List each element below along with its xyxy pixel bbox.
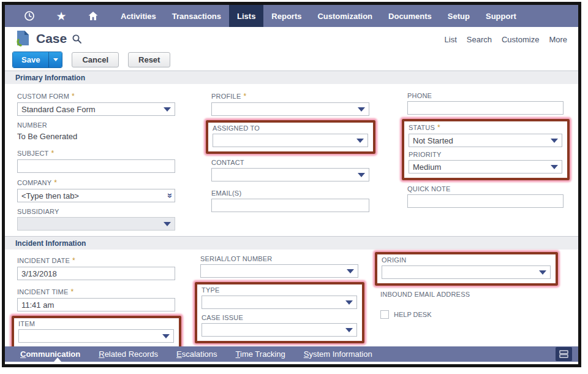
emails-input[interactable] [211,199,369,212]
nav-item-support[interactable]: Support [478,5,524,27]
reset-button[interactable]: Reset [128,52,170,67]
field-assigned-to: ASSIGNED TO [213,124,368,147]
serial-lot-number-select[interactable] [200,264,358,278]
clock-icon [23,10,36,22]
nav-item-customization[interactable]: Customization [309,5,380,27]
field-serial-lot-number: SERIAL/LOT NUMBER [200,255,358,278]
search-icon[interactable] [72,34,82,44]
field-priority: PRIORITY Medium [409,151,562,174]
nav-item-activities[interactable]: Activities [113,5,164,27]
status-select[interactable]: Not Started [409,134,562,147]
chevron-down-icon [356,139,364,143]
chevron-down-icon [164,107,171,112]
stacked-panels-icon [559,349,569,359]
incident-time-input[interactable] [17,298,175,311]
inbound-email-address-label: INBOUND EMAIL ADDRESS [380,291,552,298]
status-label: STATUS [409,124,435,131]
status-value: Not Started [413,136,453,145]
field-incident-date: INCIDENT DATE* [17,256,175,280]
required-asterisk: * [243,92,246,101]
list-link[interactable]: List [445,35,457,44]
chevron-down-icon [358,107,365,112]
section-title: Incident Information [15,239,86,248]
save-button[interactable]: Save [12,52,62,68]
toggle-subtab-view-button[interactable] [556,347,572,361]
required-asterisk: * [51,149,55,158]
assigned-to-select[interactable] [213,134,368,147]
primary-information-header: Primary Information [5,71,578,84]
save-dropdown-button[interactable] [48,52,62,67]
tab-escalations[interactable]: Escalations [167,346,226,362]
nav-item-reports[interactable]: Reports [263,5,309,27]
tab-communication[interactable]: Communication [11,346,89,362]
field-status: STATUS* Not Started [409,123,562,147]
case-issue-select[interactable] [202,323,357,337]
nav-item-transactions[interactable]: Transactions [164,5,229,27]
chevron-down-icon [345,328,353,332]
priority-select[interactable]: Medium [409,160,562,174]
subsidiary-select[interactable] [17,217,175,231]
field-case-issue: CASE ISSUE [202,314,357,337]
assigned-to-highlight-box: ASSIGNED TO [206,120,375,154]
item-select[interactable] [18,329,174,343]
tab-related-records[interactable]: Related Records [89,346,167,362]
chevron-down-icon [164,222,171,226]
field-origin: ORIGIN [382,256,551,279]
subject-input[interactable] [17,159,175,173]
field-number: NUMBER To Be Generated [17,121,175,141]
origin-highlight-box: ORIGIN [375,252,558,286]
customize-link[interactable]: Customize [502,35,539,44]
profile-select[interactable] [211,102,369,116]
type-label: TYPE [202,286,357,294]
custom-form-select[interactable]: Standard Case Form [17,102,175,116]
emails-label: EMAIL(S) [211,189,369,197]
contact-select[interactable] [211,168,369,181]
help-desk-checkbox[interactable] [380,310,389,319]
title-bar: Case List Search Customize More [5,27,578,53]
origin-select[interactable] [382,265,551,279]
case-issue-label: CASE ISSUE [202,314,357,321]
item-highlight-box: ITEM [12,316,181,349]
required-asterisk: * [72,256,75,265]
priority-value: Medium [413,162,441,172]
type-case-issue-highlight-box: TYPE CASE ISSUE [195,282,364,343]
number-value: To Be Generated [17,131,175,141]
quick-note-label: QUICK NOTE [407,185,564,193]
tab-system-information[interactable]: System Information [295,346,382,362]
subject-label: SUBJECT [17,150,49,157]
chevron-down-icon [347,269,354,273]
field-subject: SUBJECT* [17,149,175,173]
number-label: NUMBER [17,121,175,129]
origin-label: ORIGIN [382,256,551,264]
record-toolbar: Save Cancel Reset [12,52,170,68]
home-icon[interactable] [77,5,109,27]
field-quick-note: QUICK NOTE [407,185,564,208]
star-icon: ★ [56,10,66,22]
type-select[interactable] [202,296,357,309]
more-link[interactable]: More [549,35,567,44]
nav-item-lists[interactable]: Lists [229,5,263,27]
required-asterisk: * [72,92,75,101]
nav-item-setup[interactable]: Setup [440,5,478,27]
tab-time-tracking[interactable]: Time Tracking [227,346,295,362]
save-label: Save [13,52,48,67]
chevron-down-icon [345,300,353,305]
contact-label: CONTACT [211,159,369,166]
field-subsidiary: SUBSIDIARY [17,208,175,231]
field-emails: EMAIL(S) [211,189,369,212]
subsidiary-label: SUBSIDIARY [17,208,175,215]
shortcuts-star-icon[interactable]: ★ [45,5,77,27]
recent-records-icon[interactable] [13,5,45,27]
incident-date-input[interactable] [17,267,175,280]
status-priority-highlight-box: STATUS* Not Started PRIORITY Medium [402,119,570,180]
field-phone: PHONE [407,92,564,115]
quick-note-input[interactable] [407,194,564,208]
custom-form-value: Standard Case Form [21,105,96,114]
required-asterisk: * [54,178,57,187]
nav-item-documents[interactable]: Documents [380,5,440,27]
search-link[interactable]: Search [467,35,492,44]
cancel-button[interactable]: Cancel [72,52,119,67]
section-title: Primary Information [15,74,85,82]
company-select[interactable]: <Type then tab>» [17,189,175,202]
phone-input[interactable] [407,101,564,115]
